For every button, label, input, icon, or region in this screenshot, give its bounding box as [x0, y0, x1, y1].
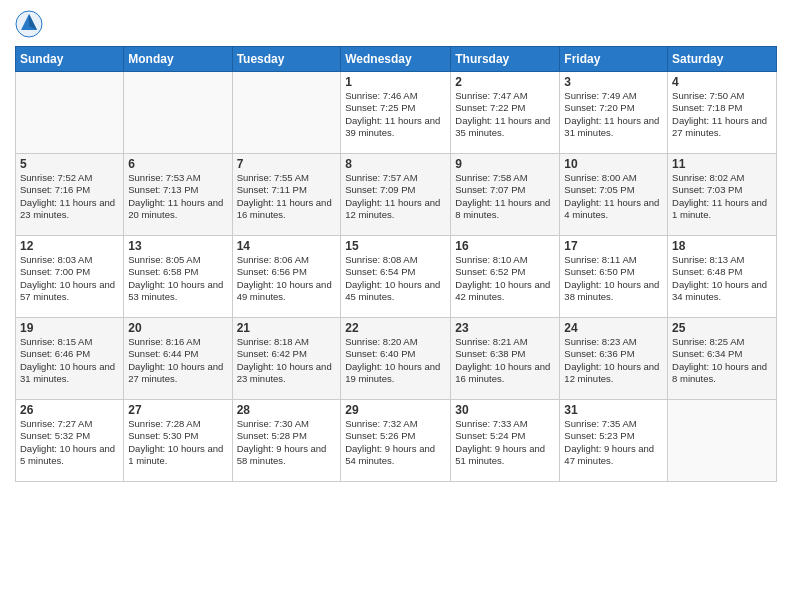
day-info: Sunrise: 7:32 AM [345, 418, 446, 430]
day-info: Daylight: 10 hours and 19 minutes. [345, 361, 446, 386]
day-info: Daylight: 10 hours and 23 minutes. [237, 361, 337, 386]
day-info: Sunrise: 7:55 AM [237, 172, 337, 184]
calendar-cell: 3Sunrise: 7:49 AMSunset: 7:20 PMDaylight… [560, 72, 668, 154]
page-container: SundayMondayTuesdayWednesdayThursdayFrid… [0, 0, 792, 487]
day-info: Daylight: 10 hours and 34 minutes. [672, 279, 772, 304]
day-number: 17 [564, 239, 663, 253]
day-info: Sunset: 7:20 PM [564, 102, 663, 114]
day-info: Sunset: 7:18 PM [672, 102, 772, 114]
day-info: Daylight: 11 hours and 16 minutes. [237, 197, 337, 222]
day-info: Sunrise: 7:46 AM [345, 90, 446, 102]
day-info: Sunrise: 7:57 AM [345, 172, 446, 184]
day-info: Daylight: 11 hours and 12 minutes. [345, 197, 446, 222]
day-info: Sunset: 5:28 PM [237, 430, 337, 442]
day-info: Daylight: 10 hours and 12 minutes. [564, 361, 663, 386]
day-info: Sunrise: 8:00 AM [564, 172, 663, 184]
calendar-cell: 9Sunrise: 7:58 AMSunset: 7:07 PMDaylight… [451, 154, 560, 236]
calendar-cell: 27Sunrise: 7:28 AMSunset: 5:30 PMDayligh… [124, 400, 232, 482]
calendar-cell [232, 72, 341, 154]
calendar-cell: 25Sunrise: 8:25 AMSunset: 6:34 PMDayligh… [668, 318, 777, 400]
day-number: 3 [564, 75, 663, 89]
calendar-cell: 8Sunrise: 7:57 AMSunset: 7:09 PMDaylight… [341, 154, 451, 236]
day-number: 26 [20, 403, 119, 417]
day-info: Sunset: 7:11 PM [237, 184, 337, 196]
day-info: Sunrise: 8:15 AM [20, 336, 119, 348]
day-info: Daylight: 9 hours and 58 minutes. [237, 443, 337, 468]
day-info: Daylight: 10 hours and 31 minutes. [20, 361, 119, 386]
day-info: Daylight: 11 hours and 20 minutes. [128, 197, 227, 222]
calendar-cell: 10Sunrise: 8:00 AMSunset: 7:05 PMDayligh… [560, 154, 668, 236]
calendar-cell: 12Sunrise: 8:03 AMSunset: 7:00 PMDayligh… [16, 236, 124, 318]
calendar-week-row: 1Sunrise: 7:46 AMSunset: 7:25 PMDaylight… [16, 72, 777, 154]
day-info: Sunset: 7:13 PM [128, 184, 227, 196]
day-number: 18 [672, 239, 772, 253]
day-number: 16 [455, 239, 555, 253]
day-info: Sunset: 7:09 PM [345, 184, 446, 196]
calendar-week-row: 5Sunrise: 7:52 AMSunset: 7:16 PMDaylight… [16, 154, 777, 236]
calendar-cell: 15Sunrise: 8:08 AMSunset: 6:54 PMDayligh… [341, 236, 451, 318]
day-info: Daylight: 10 hours and 53 minutes. [128, 279, 227, 304]
day-info: Daylight: 11 hours and 39 minutes. [345, 115, 446, 140]
day-info: Sunrise: 7:28 AM [128, 418, 227, 430]
day-info: Daylight: 10 hours and 16 minutes. [455, 361, 555, 386]
calendar-cell: 11Sunrise: 8:02 AMSunset: 7:03 PMDayligh… [668, 154, 777, 236]
calendar-cell [668, 400, 777, 482]
day-number: 20 [128, 321, 227, 335]
weekday-header: Friday [560, 47, 668, 72]
calendar-cell: 2Sunrise: 7:47 AMSunset: 7:22 PMDaylight… [451, 72, 560, 154]
day-info: Sunrise: 8:18 AM [237, 336, 337, 348]
day-info: Sunset: 7:16 PM [20, 184, 119, 196]
day-number: 1 [345, 75, 446, 89]
calendar-cell: 26Sunrise: 7:27 AMSunset: 5:32 PMDayligh… [16, 400, 124, 482]
day-info: Sunrise: 8:08 AM [345, 254, 446, 266]
day-info: Sunset: 6:42 PM [237, 348, 337, 360]
day-number: 21 [237, 321, 337, 335]
day-number: 27 [128, 403, 227, 417]
day-info: Sunset: 5:23 PM [564, 430, 663, 442]
calendar-cell: 1Sunrise: 7:46 AMSunset: 7:25 PMDaylight… [341, 72, 451, 154]
calendar-cell: 22Sunrise: 8:20 AMSunset: 6:40 PMDayligh… [341, 318, 451, 400]
day-number: 25 [672, 321, 772, 335]
day-info: Sunrise: 7:30 AM [237, 418, 337, 430]
weekday-header: Saturday [668, 47, 777, 72]
day-info: Daylight: 11 hours and 23 minutes. [20, 197, 119, 222]
day-info: Sunset: 6:44 PM [128, 348, 227, 360]
day-info: Sunset: 5:24 PM [455, 430, 555, 442]
day-info: Sunrise: 8:03 AM [20, 254, 119, 266]
calendar-week-row: 12Sunrise: 8:03 AMSunset: 7:00 PMDayligh… [16, 236, 777, 318]
calendar-cell: 7Sunrise: 7:55 AMSunset: 7:11 PMDaylight… [232, 154, 341, 236]
day-number: 4 [672, 75, 772, 89]
day-number: 9 [455, 157, 555, 171]
day-info: Daylight: 9 hours and 54 minutes. [345, 443, 446, 468]
day-info: Daylight: 11 hours and 4 minutes. [564, 197, 663, 222]
day-info: Sunrise: 8:23 AM [564, 336, 663, 348]
day-info: Daylight: 10 hours and 27 minutes. [128, 361, 227, 386]
calendar-cell: 18Sunrise: 8:13 AMSunset: 6:48 PMDayligh… [668, 236, 777, 318]
logo [15, 10, 47, 38]
day-info: Daylight: 11 hours and 27 minutes. [672, 115, 772, 140]
day-info: Daylight: 10 hours and 5 minutes. [20, 443, 119, 468]
calendar-cell: 16Sunrise: 8:10 AMSunset: 6:52 PMDayligh… [451, 236, 560, 318]
calendar-cell [16, 72, 124, 154]
calendar-week-row: 26Sunrise: 7:27 AMSunset: 5:32 PMDayligh… [16, 400, 777, 482]
weekday-header: Thursday [451, 47, 560, 72]
day-info: Sunset: 5:30 PM [128, 430, 227, 442]
day-info: Sunset: 5:26 PM [345, 430, 446, 442]
day-number: 24 [564, 321, 663, 335]
day-number: 23 [455, 321, 555, 335]
day-info: Sunset: 7:05 PM [564, 184, 663, 196]
day-info: Sunrise: 8:25 AM [672, 336, 772, 348]
calendar-cell: 21Sunrise: 8:18 AMSunset: 6:42 PMDayligh… [232, 318, 341, 400]
day-info: Daylight: 10 hours and 38 minutes. [564, 279, 663, 304]
day-number: 19 [20, 321, 119, 335]
day-info: Sunrise: 8:21 AM [455, 336, 555, 348]
day-info: Sunset: 6:34 PM [672, 348, 772, 360]
day-info: Daylight: 10 hours and 45 minutes. [345, 279, 446, 304]
calendar-table: SundayMondayTuesdayWednesdayThursdayFrid… [15, 46, 777, 482]
day-info: Sunrise: 8:20 AM [345, 336, 446, 348]
day-number: 11 [672, 157, 772, 171]
calendar-cell: 30Sunrise: 7:33 AMSunset: 5:24 PMDayligh… [451, 400, 560, 482]
day-info: Sunset: 6:46 PM [20, 348, 119, 360]
calendar-cell: 31Sunrise: 7:35 AMSunset: 5:23 PMDayligh… [560, 400, 668, 482]
day-info: Sunset: 6:50 PM [564, 266, 663, 278]
